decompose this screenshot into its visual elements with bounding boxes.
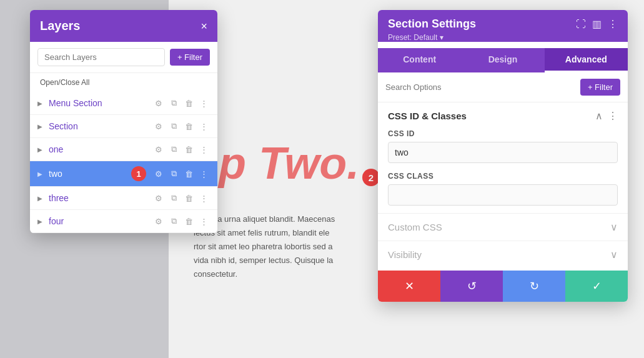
settings-search-input[interactable]: [385, 82, 575, 92]
layers-filter-button[interactable]: + Filter: [170, 49, 210, 66]
css-id-label: CSS ID: [388, 129, 618, 138]
menu-icon[interactable]: ⋮: [197, 97, 210, 109]
more-options-icon[interactable]: ⋮: [608, 18, 618, 30]
settings-preset[interactable]: Preset: Default ▾: [388, 33, 618, 42]
layer-name: two: [49, 169, 127, 179]
menu-icon[interactable]: ⋮: [197, 167, 210, 180]
chevron-icon: ▶: [37, 146, 45, 153]
gear-icon[interactable]: ⚙: [152, 143, 165, 156]
badge-1: 1: [131, 166, 146, 181]
menu-icon[interactable]: ⋮: [197, 215, 210, 227]
badge-2: 2: [362, 169, 380, 186]
undo-button[interactable]: ↺: [440, 271, 503, 302]
trash-icon[interactable]: 🗑: [182, 215, 195, 227]
badge-2-container: 2: [362, 169, 380, 186]
settings-tabs: Content Design Advanced: [378, 48, 628, 72]
settings-title: Section Settings: [388, 17, 476, 31]
layer-actions: ⚙ ⧉ 🗑 ⋮: [152, 215, 210, 227]
layer-name: Section: [49, 121, 149, 131]
chevron-icon: ▶: [37, 171, 45, 177]
settings-title-row: Section Settings ⛶ ▥ ⋮: [388, 17, 618, 31]
expand-icon: ∨: [610, 249, 618, 261]
tab-design[interactable]: Design: [461, 48, 544, 72]
layers-title: Layers: [40, 19, 81, 33]
hero-text: ep Two.: [194, 137, 359, 189]
layer-actions: ⚙ ⧉ 🗑 ⋮: [152, 143, 210, 156]
layer-item-four[interactable]: ▶ four ⚙ ⧉ 🗑 ⋮: [30, 210, 217, 233]
layer-name: four: [49, 216, 149, 226]
gear-icon[interactable]: ⚙: [152, 167, 165, 180]
gear-icon[interactable]: ⚙: [152, 215, 165, 227]
gear-icon[interactable]: ⚙: [152, 192, 165, 204]
fullscreen-icon[interactable]: ⛶: [576, 19, 586, 30]
copy-icon[interactable]: ⧉: [167, 97, 180, 109]
layers-search-input[interactable]: [37, 48, 165, 66]
collapse-icon[interactable]: ∧: [595, 110, 603, 122]
layer-name: one: [49, 144, 149, 154]
gear-icon[interactable]: ⚙: [152, 97, 165, 109]
body-text: t risus a urna aliquet blandit. Maecenas…: [194, 212, 400, 281]
layers-open-close[interactable]: Open/Close All: [30, 73, 217, 92]
menu-icon[interactable]: ⋮: [197, 120, 210, 132]
layer-actions: ⚙ ⧉ 🗑 ⋮: [152, 192, 210, 204]
copy-icon[interactable]: ⧉: [167, 192, 180, 204]
trash-icon[interactable]: 🗑: [182, 167, 195, 180]
trash-icon[interactable]: 🗑: [182, 120, 195, 132]
settings-header-icons: ⛶ ▥ ⋮: [576, 18, 618, 30]
chevron-icon: ▶: [37, 195, 45, 202]
section-group-actions: ∧ ⋮: [595, 110, 618, 122]
copy-icon[interactable]: ⧉: [167, 215, 180, 227]
copy-icon[interactable]: ⧉: [167, 143, 180, 156]
gear-icon[interactable]: ⚙: [152, 120, 165, 132]
columns-icon[interactable]: ▥: [592, 18, 602, 30]
layer-item-menu-section[interactable]: ▶ Menu Section ⚙ ⧉ 🗑 ⋮: [30, 92, 217, 115]
layer-item-one[interactable]: ▶ one ⚙ ⧉ 🗑 ⋮: [30, 138, 217, 161]
trash-icon[interactable]: 🗑: [182, 97, 195, 109]
css-id-classes-header: CSS ID & Classes ∧ ⋮: [388, 110, 618, 122]
layer-name: three: [49, 193, 149, 203]
layers-header: Layers ×: [30, 10, 217, 42]
layer-item-two[interactable]: ▶ two 1 ⚙ ⧉ 🗑 ⋮: [30, 161, 217, 187]
layers-search-row: + Filter: [30, 42, 217, 73]
css-id-classes-section: CSS ID & Classes ∧ ⋮ CSS ID CSS Class: [378, 102, 628, 213]
layer-actions: ⚙ ⧉ 🗑 ⋮: [152, 97, 210, 109]
expand-icon: ∨: [610, 221, 618, 233]
layers-panel: Layers × + Filter Open/Close All ▶ Menu …: [30, 10, 217, 233]
visibility-title: Visibility: [388, 249, 422, 260]
css-id-classes-title: CSS ID & Classes: [388, 111, 467, 121]
css-class-label: CSS Class: [388, 172, 618, 181]
settings-panel: Section Settings ⛶ ▥ ⋮ Preset: Default ▾…: [378, 10, 628, 302]
custom-css-title: Custom CSS: [388, 222, 442, 232]
confirm-button[interactable]: ✓: [565, 271, 628, 302]
settings-header: Section Settings ⛶ ▥ ⋮ Preset: Default ▾: [378, 10, 628, 42]
settings-body: + Filter CSS ID & Classes ∧ ⋮ CSS ID CSS…: [378, 72, 628, 268]
copy-icon[interactable]: ⧉: [167, 167, 180, 180]
css-class-input[interactable]: [388, 184, 618, 206]
cancel-button[interactable]: ✕: [378, 271, 440, 302]
copy-icon[interactable]: ⧉: [167, 120, 180, 132]
tab-content[interactable]: Content: [378, 48, 461, 72]
redo-button[interactable]: ↻: [503, 271, 565, 302]
css-id-input[interactable]: [388, 142, 618, 163]
menu-icon[interactable]: ⋮: [197, 143, 210, 156]
settings-filter-button[interactable]: + Filter: [580, 79, 620, 96]
visibility-section[interactable]: Visibility ∨: [378, 241, 628, 268]
more-icon[interactable]: ⋮: [608, 110, 618, 122]
layer-actions: ⚙ ⧉ 🗑 ⋮: [152, 120, 210, 132]
tab-advanced[interactable]: Advanced: [545, 48, 628, 72]
trash-icon[interactable]: 🗑: [182, 143, 195, 156]
layers-close-button[interactable]: ×: [201, 21, 207, 32]
chevron-icon: ▶: [37, 218, 45, 225]
custom-css-section[interactable]: Custom CSS ∨: [378, 213, 628, 241]
settings-footer: ✕ ↺ ↻ ✓: [378, 271, 628, 302]
layer-actions: ⚙ ⧉ 🗑 ⋮: [152, 167, 210, 180]
layer-name: Menu Section: [49, 98, 149, 108]
trash-icon[interactable]: 🗑: [182, 192, 195, 204]
menu-icon[interactable]: ⋮: [197, 192, 210, 204]
chevron-icon: ▶: [37, 123, 45, 130]
layer-item-section[interactable]: ▶ Section ⚙ ⧉ 🗑 ⋮: [30, 115, 217, 138]
settings-search-row: + Filter: [378, 72, 628, 102]
layer-item-three[interactable]: ▶ three ⚙ ⧉ 🗑 ⋮: [30, 187, 217, 210]
chevron-icon: ▶: [37, 100, 45, 107]
